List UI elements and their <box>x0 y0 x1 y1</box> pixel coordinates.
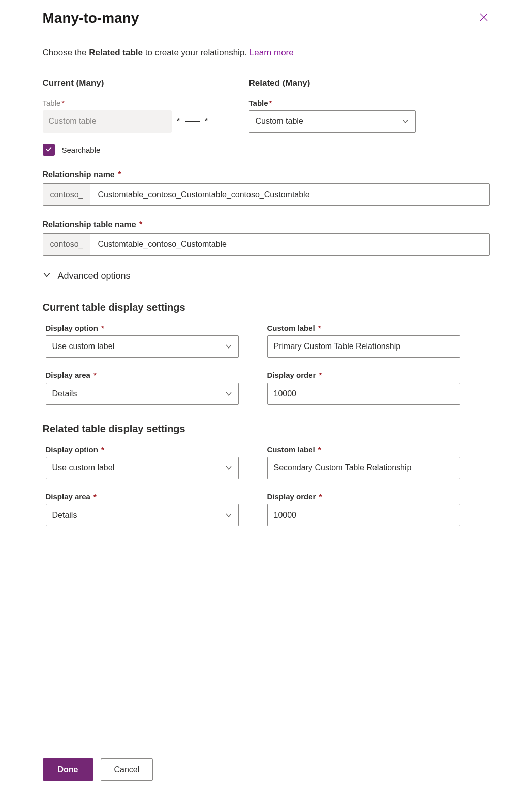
rel-table-name-field[interactable]: contoso_ <box>43 233 490 256</box>
current-display-option-label: Display option * <box>46 324 239 332</box>
searchable-label: Searchable <box>62 146 101 154</box>
close-icon <box>480 12 488 23</box>
rel-table-name-label: Relationship table name * <box>43 220 490 229</box>
rel-table-name-input[interactable] <box>90 234 489 255</box>
cardinality-star-right: * <box>205 116 208 127</box>
related-display-option-value: Use custom label <box>52 463 115 472</box>
done-button[interactable]: Done <box>43 758 93 781</box>
chevron-down-icon <box>225 390 232 397</box>
chevron-down-icon <box>402 118 409 125</box>
related-display-option-select[interactable]: Use custom label <box>46 457 239 479</box>
related-display-area-label: Display area * <box>46 492 239 501</box>
chevron-down-icon <box>225 464 232 471</box>
current-display-area-label: Display area * <box>46 371 239 379</box>
related-heading: Related (Many) <box>249 78 416 88</box>
cancel-button[interactable]: Cancel <box>101 758 153 781</box>
current-settings-heading: Current table display settings <box>43 302 490 313</box>
related-table-value: Custom table <box>256 117 303 126</box>
divider <box>43 555 490 555</box>
intro-text: Choose the Related table to create your … <box>43 48 490 58</box>
rel-name-label: Relationship name * <box>43 170 490 179</box>
current-display-option-select[interactable]: Use custom label <box>46 335 239 358</box>
current-display-area-value: Details <box>52 389 77 398</box>
rel-name-field[interactable]: contoso_ <box>43 183 490 206</box>
current-heading: Current (Many) <box>43 78 208 88</box>
chevron-down-icon <box>225 512 232 519</box>
advanced-options-label: Advanced options <box>58 271 131 281</box>
related-display-order-label: Display order * <box>267 492 490 501</box>
checkmark-icon <box>45 146 52 154</box>
chevron-down-icon <box>225 343 232 350</box>
learn-more-link[interactable]: Learn more <box>249 48 294 57</box>
rel-name-input[interactable] <box>90 184 489 205</box>
current-table-label: Table* <box>43 99 208 107</box>
current-table-field: Custom table <box>43 110 172 133</box>
related-display-area-value: Details <box>52 511 77 520</box>
chevron-down-icon <box>43 271 51 281</box>
cardinality-line-icon <box>185 121 200 122</box>
footer: Done Cancel <box>43 748 490 781</box>
related-display-order-input[interactable] <box>267 504 460 526</box>
intro-prefix: Choose the <box>43 48 89 57</box>
intro-suffix: to create your relationship. <box>143 48 249 57</box>
panel-title: Many-to-many <box>43 10 139 26</box>
related-settings-heading: Related table display settings <box>43 423 490 435</box>
related-custom-label-label: Custom label * <box>267 445 490 454</box>
current-custom-label-input[interactable] <box>267 335 460 358</box>
current-display-area-select[interactable]: Details <box>46 383 239 405</box>
rel-name-prefix: contoso_ <box>43 184 91 205</box>
related-display-area-select[interactable]: Details <box>46 504 239 526</box>
current-display-order-label: Display order * <box>267 371 490 379</box>
related-table-label: Table* <box>249 99 416 107</box>
current-display-option-value: Use custom label <box>52 342 115 351</box>
current-custom-label-label: Custom label * <box>267 324 490 332</box>
advanced-options-toggle[interactable]: Advanced options <box>43 271 490 281</box>
cardinality-star-left: * <box>177 116 180 127</box>
close-button[interactable] <box>478 10 490 26</box>
current-display-order-input[interactable] <box>267 383 460 405</box>
searchable-checkbox[interactable] <box>43 144 55 156</box>
related-display-option-label: Display option * <box>46 445 239 454</box>
related-custom-label-input[interactable] <box>267 457 460 479</box>
related-table-select[interactable]: Custom table <box>249 110 416 133</box>
intro-bold: Related table <box>89 48 143 57</box>
rel-table-name-prefix: contoso_ <box>43 234 91 255</box>
